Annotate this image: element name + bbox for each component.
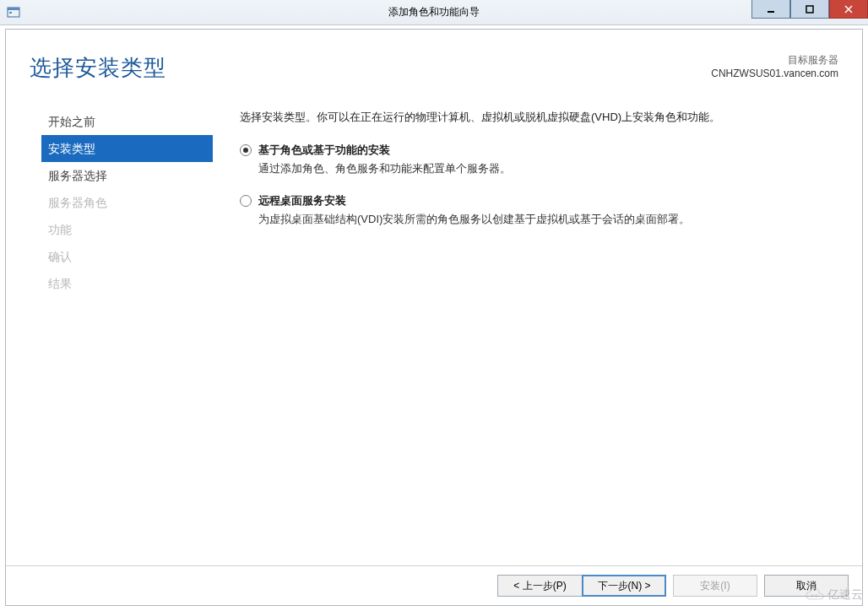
next-button[interactable]: 下一步(N) > <box>582 575 666 597</box>
svg-rect-4 <box>806 6 813 13</box>
server-info: 目标服务器 CNHZWSUS01.vancen.com <box>711 53 838 80</box>
radio-option-rds[interactable]: 远程桌面服务安装 为虚拟桌面基础结构(VDI)安装所需的角色服务以创建基于虚拟机… <box>240 192 837 228</box>
watermark: 亿速云 <box>806 587 863 603</box>
nav-button-group: < 上一步(P) 下一步(N) > <box>497 575 666 597</box>
previous-button[interactable]: < 上一步(P) <box>497 575 582 597</box>
radio-desc: 通过添加角色、角色服务和功能来配置单个服务器。 <box>258 160 837 177</box>
radio-text: 远程桌面服务安装 为虚拟桌面基础结构(VDI)安装所需的角色服务以创建基于虚拟机… <box>258 192 837 228</box>
sidebar-item-before-start[interactable]: 开始之前 <box>45 108 213 135</box>
svg-point-6 <box>816 595 818 597</box>
install-button: 安装(I) <box>673 575 757 597</box>
radio-desc: 为虚拟桌面基础结构(VDI)安装所需的角色服务以创建基于虚拟机或基于会话的桌面部… <box>258 211 837 228</box>
body-row: 开始之前 安装类型 服务器选择 服务器角色 功能 确认 结果 选择安装类型。你可… <box>6 91 862 565</box>
window-title: 添加角色和功能向导 <box>388 5 480 19</box>
svg-rect-2 <box>9 12 12 14</box>
radio-input-role-based[interactable] <box>240 144 252 156</box>
cloud-icon <box>806 588 824 602</box>
wizard-sidebar: 开始之前 安装类型 服务器选择 服务器角色 功能 确认 结果 <box>6 108 213 565</box>
instruction-text: 选择安装类型。你可以在正在运行的物理计算机、虚拟机或脱机虚拟硬盘(VHD)上安装… <box>240 108 837 127</box>
radio-title: 远程桌面服务安装 <box>258 192 837 209</box>
radio-input-rds[interactable] <box>240 195 252 207</box>
maximize-button[interactable] <box>790 0 829 19</box>
svg-rect-3 <box>768 11 774 13</box>
app-icon <box>7 6 20 19</box>
sidebar-item-results: 结果 <box>45 270 213 297</box>
button-bar: < 上一步(P) 下一步(N) > 安装(I) 取消 <box>6 565 862 605</box>
minimize-button[interactable] <box>751 0 790 19</box>
sidebar-item-confirm: 确认 <box>45 243 213 270</box>
sidebar-item-server-roles: 服务器角色 <box>45 189 213 216</box>
page-title: 选择安装类型 <box>30 53 711 83</box>
sidebar-item-features: 功能 <box>45 216 213 243</box>
window-controls <box>751 0 868 19</box>
radio-title: 基于角色或基于功能的安装 <box>258 142 837 159</box>
sidebar-item-server-select[interactable]: 服务器选择 <box>45 162 213 189</box>
radio-text: 基于角色或基于功能的安装 通过添加角色、角色服务和功能来配置单个服务器。 <box>258 142 837 177</box>
titlebar: 添加角色和功能向导 <box>0 0 868 25</box>
radio-option-role-based[interactable]: 基于角色或基于功能的安装 通过添加角色、角色服务和功能来配置单个服务器。 <box>240 142 837 177</box>
header-row: 选择安装类型 目标服务器 CNHZWSUS01.vancen.com <box>6 30 862 91</box>
main-content: 选择安装类型。你可以在正在运行的物理计算机、虚拟机或脱机虚拟硬盘(VHD)上安装… <box>213 108 862 565</box>
target-server-label: 目标服务器 <box>711 53 838 67</box>
wizard-frame: 选择安装类型 目标服务器 CNHZWSUS01.vancen.com 开始之前 … <box>5 29 863 606</box>
close-button[interactable] <box>829 0 868 19</box>
sidebar-item-install-type[interactable]: 安装类型 <box>41 135 213 162</box>
watermark-text: 亿速云 <box>827 587 863 603</box>
svg-rect-1 <box>8 8 19 10</box>
svg-point-5 <box>811 595 814 597</box>
target-server-name: CNHZWSUS01.vancen.com <box>711 67 838 80</box>
